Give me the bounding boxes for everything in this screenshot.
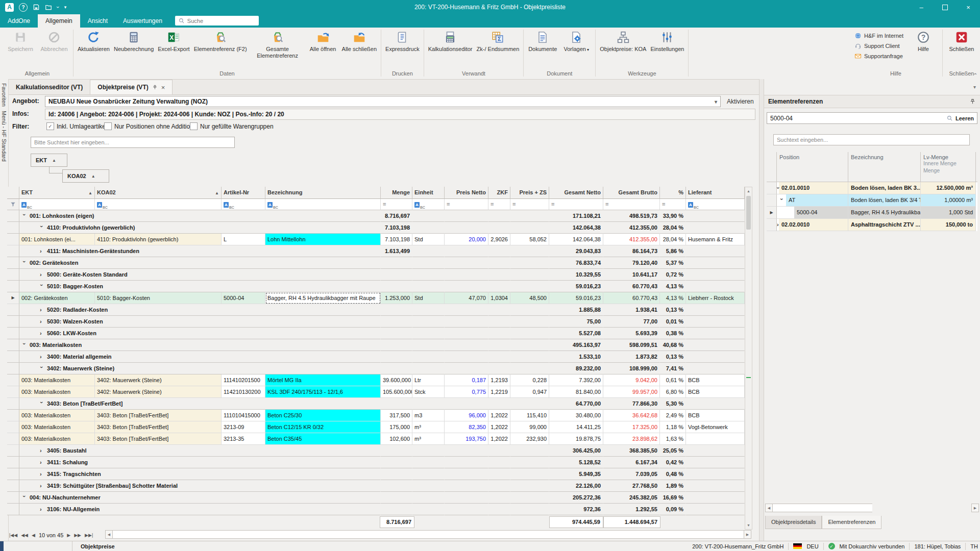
chevron-collapsed-icon[interactable]: ›	[40, 445, 44, 456]
grid-cell-artikel[interactable]: 111010415000	[222, 410, 265, 421]
grid-cell-preiszs[interactable]: 99,000	[510, 421, 549, 433]
grid-cell-pct[interactable]: 4,13 %	[660, 292, 686, 304]
close-tab-icon[interactable]: ×	[161, 84, 165, 91]
angebot-input[interactable]: NEUBAU Neue Osnabrücker Zeitung Verwaltu…	[45, 96, 721, 107]
grid-cell-koa[interactable]: 4110: Produktivlohn (gewerblich)	[95, 234, 222, 245]
group-row[interactable]: ›004: NU-Nachunternehmer205.272,36245.38…	[7, 492, 745, 504]
chevron-expanded-icon[interactable]: ›	[777, 198, 788, 203]
tree-cell-position[interactable]: 02.02.0010	[779, 219, 848, 231]
grid-cell-artikel[interactable]: 3213-35	[222, 433, 265, 445]
chevron-collapsed-icon[interactable]: ›	[40, 351, 44, 362]
statusbar-language[interactable]: DEU	[806, 543, 818, 549]
table-row[interactable]: 003: Materialkosten3402: Mauerwerk (Stei…	[7, 386, 745, 398]
grid-cell-einheit[interactable]: m3	[412, 410, 445, 421]
filter-cell-einheit[interactable]: ABC	[412, 199, 445, 210]
ribbon-button-hilfe[interactable]: ?Hilfe	[906, 30, 940, 53]
panel-collapse-icon[interactable]: ▾	[973, 84, 976, 90]
table-row[interactable]: 003: Materialkosten3403: Beton [TraBet/F…	[7, 410, 745, 421]
grid-cell-einheit[interactable]: Std	[412, 292, 445, 304]
grid-cell-gbrutto[interactable]: 60.770,43	[603, 292, 660, 304]
grid-cell-preis[interactable]: 20,000	[445, 234, 488, 245]
panel-splitter[interactable]	[759, 79, 764, 541]
ribbon-link-h-f-im-internet[interactable]: H&F im Internet	[854, 31, 903, 40]
pager-next-icon[interactable]: ▶	[67, 533, 70, 538]
scroll-right-icon[interactable]: ▶	[744, 530, 751, 539]
panel-filter-input[interactable]: Suchtext eingeben...	[773, 134, 970, 145]
grid-cell-zkf[interactable]: 1,2193	[488, 374, 510, 386]
ribbon-button-aktualisieren[interactable]: Aktualisieren	[76, 30, 112, 53]
checkbox-inkl-umlageartikel[interactable]: ✓Inkl. Umlageartikel	[46, 122, 107, 130]
grid-cell-pct[interactable]: 1,63 %	[660, 433, 686, 445]
grid-cell-bez[interactable]: Beton C35/45	[265, 433, 381, 445]
group-row[interactable]: ›4111: Maschinisten-Gerätestunden1.613,4…	[7, 245, 745, 257]
grid-vertical-scrollbar[interactable]: ▲ ▼	[745, 187, 752, 530]
column-header-lv-menge[interactable]: Lv-Menge Innere Menge Menge	[921, 152, 976, 182]
grid-cell-gbrutto[interactable]: 9.042,00	[603, 374, 660, 386]
quick-save-icon[interactable]	[33, 4, 40, 11]
grid-cell-ekt[interactable]: 003: Materialkosten	[19, 374, 95, 386]
ribbon-button-dokumente[interactable]: Dokumente	[526, 30, 559, 53]
grid-cell-menge[interactable]: 175,000	[381, 421, 412, 433]
filter-cell-gnetto[interactable]: =	[549, 199, 603, 210]
grid-cell-preis[interactable]: 0,187	[445, 374, 488, 386]
pin-icon[interactable]	[152, 85, 158, 90]
chevron-expanded-icon[interactable]: ›	[777, 187, 784, 189]
filter-cell-preiszs[interactable]: =	[510, 199, 549, 210]
grid-cell-preis[interactable]: 47,070	[445, 292, 488, 304]
grid-cell-pct[interactable]: 28,04 %	[660, 234, 686, 245]
grid-cell-menge[interactable]: 39.600,000	[381, 374, 412, 386]
grid-cell-bez[interactable]: Bagger, RH 4.5 Hydraulikbagger mit Raupe	[265, 292, 381, 304]
chevron-expanded-icon[interactable]: ›	[19, 261, 30, 265]
column-header-preiszs[interactable]: Preis + ZS	[510, 187, 549, 199]
chevron-collapsed-icon[interactable]: ›	[40, 468, 44, 480]
grid-cell-gnetto[interactable]: 30.480,00	[549, 410, 603, 421]
pager-first-icon[interactable]: |◀◀	[9, 533, 17, 538]
ribbon-tab-allgemein[interactable]: Allgemein	[38, 14, 80, 28]
grid-cell-menge[interactable]: 7.103,198	[381, 234, 412, 245]
column-header-zkf[interactable]: ZKF	[488, 187, 510, 199]
column-header-ekt[interactable]: EKT▲	[19, 187, 95, 199]
group-row[interactable]: ›5010: Bagger-Kosten59.016,2360.770,434,…	[7, 281, 745, 292]
grid-cell-pct[interactable]: 0,61 %	[660, 374, 686, 386]
grid-cell-pct[interactable]: 2,49 %	[660, 410, 686, 421]
checkbox-nur-positionen-ohne-addition[interactable]: Nur Positionen ohne Addition	[104, 122, 193, 130]
chevron-expanded-icon[interactable]: ›	[19, 495, 30, 499]
grid-horizontal-scrollbar[interactable]: ◀ ▶	[105, 530, 751, 539]
grid-cell-gnetto[interactable]: 7.392,00	[549, 374, 603, 386]
tree-cell-bezeichnung[interactable]: Boden lösen, laden BK 3/4 T ...	[848, 194, 921, 207]
grid-cell-gnetto[interactable]: 59.016,23	[549, 292, 603, 304]
column-header-position[interactable]: Position	[777, 152, 848, 182]
grid-cell-pct[interactable]: 1,18 %	[660, 421, 686, 433]
group-row[interactable]: ›5020: Radlader-Kosten1.885,881.938,410,…	[7, 304, 745, 316]
grid-cell-koa[interactable]: 3403: Beton [TraBet/FertBet]	[95, 410, 222, 421]
chevron-collapsed-icon[interactable]: ›	[40, 480, 44, 491]
tree-cell-menge[interactable]: 12.500,000 m³	[921, 182, 976, 194]
pager-prev-page-icon[interactable]: ◀◀	[21, 533, 28, 538]
grid-cell-lieferant[interactable]: BCB	[686, 386, 745, 398]
tree-row[interactable]: ›02.02.0010Asphalttragschicht ZTV ...150…	[767, 219, 977, 231]
tab-objektpreisdetails[interactable]: Objektpreisdetails	[765, 516, 822, 529]
filter-cell-bez[interactable]: ABC	[265, 199, 381, 210]
column-header-bezeichnung[interactable]: Bezeichnung	[848, 152, 921, 182]
grid-cell-bez[interactable]: Beton C25/30	[265, 410, 381, 421]
tree-row[interactable]: ›ATBoden lösen, laden BK 3/4 T ...1,0000…	[767, 194, 977, 207]
column-header-koa[interactable]: KOA02▲	[95, 187, 222, 199]
ribbon-button-objektpreise-koa[interactable]: Objektpreise: KOA	[598, 30, 648, 53]
grid-cell-einheit[interactable]: m³	[412, 433, 445, 445]
grid-cell-gbrutto[interactable]: 99.957,00	[603, 386, 660, 398]
group-row[interactable]: ›002: Gerätekosten76.833,7479.120,405,37…	[7, 257, 745, 269]
tree-cell-position[interactable]: AT	[786, 194, 848, 206]
grid-cell-zkf[interactable]: 1,2022	[488, 433, 510, 445]
ribbon-button-alle-schließen[interactable]: Alle schließen	[340, 30, 379, 53]
filter-cell-pct[interactable]: =	[660, 199, 686, 210]
reference-search-input[interactable]: 5000-04 Leeren	[767, 112, 977, 124]
pager-last-icon[interactable]: ▶▶|	[85, 533, 93, 538]
ribbon-button-vorlagen[interactable]: Vorlagen ▾	[559, 30, 593, 53]
aktivieren-button[interactable]: Aktivieren	[727, 98, 754, 105]
ribbon-button-abbrechen[interactable]: Abbrechen	[37, 30, 71, 53]
grid-cell-ekt[interactable]: 003: Materialkosten	[19, 421, 95, 433]
tab-elementreferenzen[interactable]: Elementreferenzen	[822, 516, 881, 529]
grid-cell-zkf[interactable]: 1,2022	[488, 421, 510, 433]
scroll-down-icon[interactable]: ▼	[745, 521, 752, 529]
grid-cell-bez[interactable]: KSL 3DF 240/175/113 - 12/1,6	[265, 386, 381, 398]
